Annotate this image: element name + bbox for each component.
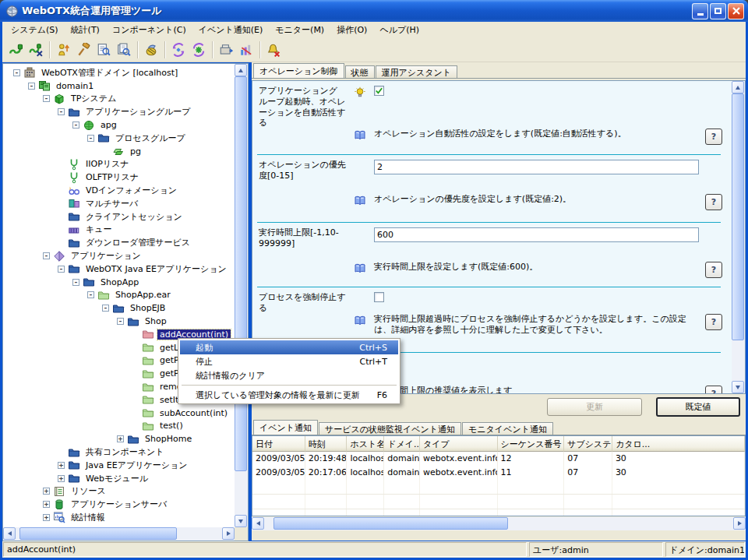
tree-item[interactable]: ダウンローダ管理サービス	[4, 236, 235, 249]
menu-item-1[interactable]: システム(S)	[5, 22, 65, 38]
collapse-toggle-icon[interactable]: -	[87, 291, 94, 298]
update-button[interactable]: 更新	[547, 398, 642, 416]
scroll-down-button[interactable]	[235, 515, 247, 527]
expand-toggle-icon[interactable]: +	[43, 514, 50, 521]
vertical-scrollbar[interactable]	[235, 64, 248, 527]
expand-toggle-icon[interactable]: +	[117, 435, 124, 442]
scroll-thumb[interactable]	[732, 93, 744, 340]
table-row[interactable]: 2009/03/0520:17:06localhostdomain1webotx…	[252, 466, 745, 480]
settings-input[interactable]	[374, 227, 699, 242]
context-menu-item[interactable]: 起動Ctrl+S	[180, 340, 398, 354]
collapse-toggle-icon[interactable]: -	[72, 122, 79, 129]
tree-item[interactable]: キュー	[4, 224, 235, 237]
collapse-toggle-icon[interactable]: -	[58, 266, 65, 273]
tree-item[interactable]: test()	[4, 420, 235, 433]
collapse-toggle-icon[interactable]: -	[102, 305, 109, 312]
expand-toggle-icon[interactable]: +	[58, 462, 65, 469]
help-button[interactable]: ?	[705, 129, 722, 145]
tree-item[interactable]: +統計情報	[4, 511, 235, 524]
tab-status[interactable]: 状態	[345, 65, 375, 78]
tree-item[interactable]: pg	[4, 145, 235, 158]
menu-item-2[interactable]: 統計(T)	[65, 22, 106, 38]
tree-item[interactable]: クライアントセッション	[4, 210, 235, 224]
tree-item[interactable]: -アプリケーショングループ	[4, 105, 235, 118]
start-icon[interactable]	[53, 40, 73, 60]
horizontal-scrollbar[interactable]	[3, 527, 235, 541]
collapse-toggle-icon[interactable]: -	[43, 252, 50, 259]
tree-item[interactable]: -アプリケーション	[4, 249, 235, 262]
scroll-left-button[interactable]	[252, 517, 264, 530]
tree-item[interactable]: +Java EEアプリケーション	[4, 459, 235, 472]
tab-service-status-events[interactable]: サービスの状態監視イベント通知	[319, 422, 461, 435]
build-icon[interactable]	[73, 40, 94, 60]
scroll-thumb[interactable]	[235, 76, 247, 471]
tree-item[interactable]: -WebOTX管理ドメイン [localhost]	[4, 66, 235, 79]
tree-item[interactable]: +リソース	[4, 485, 235, 498]
refresh-icon[interactable]	[168, 40, 189, 60]
maximize-button[interactable]	[710, 3, 726, 19]
tree-item[interactable]: -ShopApp	[4, 276, 235, 289]
title-bar[interactable]: WebOTX統合運用管理ツール	[0, 0, 748, 22]
menu-item-6[interactable]: 操作(O)	[330, 22, 373, 38]
column-header[interactable]: 時刻	[305, 436, 348, 452]
export-icon[interactable]	[216, 40, 236, 60]
tree-item[interactable]: 共有コンポーネント	[4, 446, 235, 459]
minimize-button[interactable]	[692, 3, 708, 19]
tree-item[interactable]: OLFTPリスナ	[4, 171, 235, 184]
horizontal-scrollbar[interactable]	[252, 517, 746, 530]
column-header[interactable]: タイプ	[420, 436, 498, 452]
help-button[interactable]: ?	[705, 262, 722, 278]
menu-item-4[interactable]: イベント通知(E)	[192, 22, 270, 38]
close-button[interactable]	[728, 3, 744, 19]
help-button[interactable]: ?	[705, 386, 722, 393]
tree-item[interactable]: IIOPリスナ	[4, 158, 235, 171]
menu-item-3[interactable]: コンポーネント(C)	[106, 22, 192, 38]
tab-operation-control[interactable]: オペレーション制御	[253, 63, 344, 78]
tree-item[interactable]: -プロセスグループ	[4, 132, 235, 145]
context-menu-item[interactable]: 選択している管理対象の情報を最新に更新F6	[180, 388, 398, 402]
default-button[interactable]: 既定値	[656, 397, 740, 417]
column-header[interactable]: ドメイ...	[384, 436, 420, 452]
collapse-toggle-icon[interactable]: -	[43, 95, 50, 102]
statistics-chart-icon[interactable]	[236, 40, 256, 60]
settings-input[interactable]	[374, 160, 699, 174]
expand-toggle-icon[interactable]: +	[58, 475, 65, 482]
view-journal-icon[interactable]	[114, 40, 134, 60]
tree-item[interactable]: VDインフォメーション	[4, 184, 235, 197]
column-header[interactable]: カタロ...	[612, 436, 745, 452]
tree-item[interactable]: -WebOTX Java EEアプリケーション	[4, 262, 235, 276]
collapse-toggle-icon[interactable]: -	[117, 318, 124, 325]
tree-item[interactable]: -ShopEJB	[4, 301, 235, 315]
tab-monitor-events[interactable]: モニタイベント通知	[462, 422, 553, 435]
settings-checkbox[interactable]	[374, 292, 384, 302]
collapse-toggle-icon[interactable]: -	[13, 69, 20, 76]
help-button[interactable]: ?	[705, 314, 722, 330]
expand-toggle-icon[interactable]: +	[43, 501, 50, 508]
tree-item[interactable]: subAccount(int)	[4, 407, 235, 420]
tab-event-notification[interactable]: イベント通知	[253, 420, 318, 435]
table-row[interactable]: 2009/03/0520:19:48localhostdomain1webotx…	[252, 452, 745, 466]
tree-item[interactable]: +ShopHome	[4, 432, 235, 446]
menu-item-5[interactable]: モニター(M)	[269, 22, 330, 38]
scroll-up-button[interactable]	[235, 64, 247, 76]
disconnect-icon[interactable]	[26, 40, 46, 60]
tree-item[interactable]: +Webモジュール	[4, 472, 235, 485]
tree-item[interactable]: -apg	[4, 118, 235, 132]
menu-item-7[interactable]: ヘルプ(H)	[373, 22, 425, 38]
help-button[interactable]: ?	[705, 194, 722, 210]
settings-checkbox[interactable]	[374, 86, 384, 96]
collapse-toggle-icon[interactable]: -	[58, 108, 65, 115]
tree-item[interactable]: -domain1	[4, 79, 235, 93]
refresh-all-icon[interactable]	[189, 40, 209, 60]
scroll-right-button[interactable]	[222, 527, 235, 540]
scroll-up-button[interactable]	[732, 81, 744, 93]
expand-toggle-icon[interactable]: +	[43, 488, 50, 495]
tree-item[interactable]: -ShopApp.ear	[4, 289, 235, 302]
context-menu-item[interactable]: 停止Ctrl+T	[180, 354, 398, 368]
context-menu-item[interactable]: 統計情報のクリア	[180, 368, 398, 382]
tree-item[interactable]: マルチサーバ	[4, 197, 235, 210]
scroll-right-button[interactable]	[733, 517, 746, 530]
tree-item[interactable]: -Shop	[4, 315, 235, 328]
scroll-down-button[interactable]	[732, 381, 744, 393]
scroll-thumb[interactable]	[19, 527, 176, 540]
